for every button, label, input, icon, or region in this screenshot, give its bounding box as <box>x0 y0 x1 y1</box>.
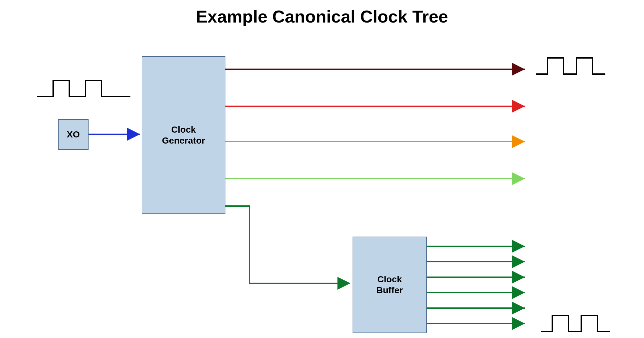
xo-label: XO <box>67 129 80 140</box>
xo-block: XO <box>58 119 89 150</box>
clock-generator-block: Clock Generator <box>142 56 225 214</box>
buffer-label: Clock Buffer <box>376 274 403 296</box>
square-wave-icon <box>541 315 610 332</box>
square-wave-icon <box>536 58 605 74</box>
generator-label: Clock Generator <box>162 124 205 146</box>
clock-buffer-block: Clock Buffer <box>353 237 427 333</box>
square-wave-icon <box>37 80 130 97</box>
arrow-generator-to-buffer <box>225 206 350 283</box>
diagram-title: Example Canonical Clock Tree <box>196 6 448 26</box>
diagram-overlay <box>0 0 644 338</box>
